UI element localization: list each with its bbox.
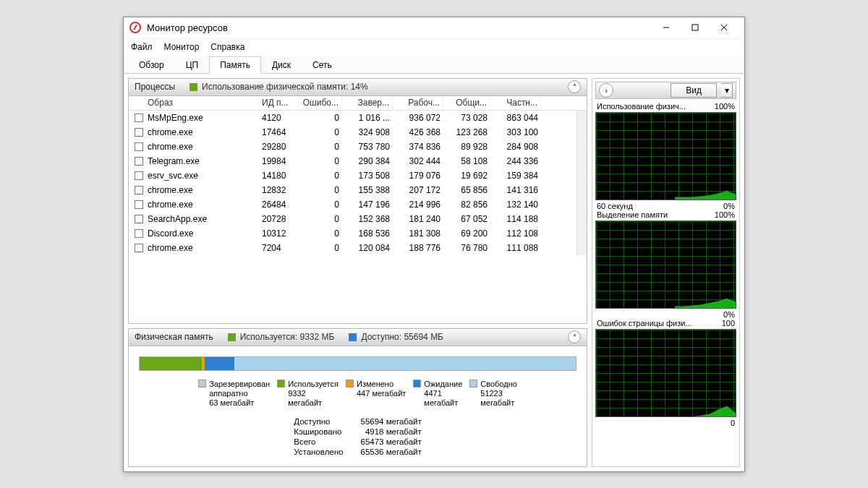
used-icon: [228, 333, 236, 341]
memory-bar: [139, 356, 576, 371]
chart-xlabel: 60 секунд: [597, 202, 633, 210]
chart-title: Использование физич...: [597, 102, 686, 111]
col-private: Частн...: [490, 96, 541, 109]
memory-title: Физическая память: [135, 332, 213, 342]
row-checkbox[interactable]: [135, 142, 143, 151]
processes-panel: Процессы Использование физической памяти…: [128, 78, 587, 324]
table-row[interactable]: chrome.exe 174640324 908 426 368123 2683…: [129, 125, 576, 140]
memory-info: Доступно55694 мегабайтКэшировано4918 мег…: [139, 416, 576, 458]
row-checkbox[interactable]: [135, 157, 143, 166]
meminfo-value: 55694 мегабайт: [349, 417, 426, 426]
meminfo-label: Кэшировано: [289, 427, 347, 436]
col-faults: Ошибо...: [299, 96, 342, 109]
tab-disk[interactable]: Диск: [261, 56, 302, 74]
row-checkbox[interactable]: [135, 229, 143, 238]
row-checkbox[interactable]: [135, 186, 143, 194]
chart-canvas: [595, 221, 736, 309]
tab-cpu[interactable]: ЦП: [175, 56, 210, 74]
app-window: Монитор ресурсов Файл Монитор Справка Об…: [123, 17, 745, 472]
collapse-processes-button[interactable]: ˄: [568, 80, 581, 93]
physical-memory-panel: Физическая память Используется: 9332 МБ …: [128, 328, 587, 467]
table-row[interactable]: chrome.exe 128320155 388 207 17265 85614…: [129, 183, 576, 197]
chart-canvas: [595, 329, 736, 417]
col-commit: Завер...: [342, 96, 393, 109]
chart-block: Ошибок страницы физи...100 0: [595, 319, 736, 427]
table-row[interactable]: chrome.exe 292800753 780 374 83689 92828…: [129, 140, 576, 154]
menu-file[interactable]: Файл: [131, 42, 153, 52]
col-image: Образ: [148, 98, 173, 108]
meminfo-value: 4918 мегабайт: [349, 427, 426, 436]
legend-item: Зарезервированаппаратно63 мегабайт: [198, 380, 270, 408]
chart-max: 100%: [715, 210, 735, 219]
table-row[interactable]: chrome.exe 264840147 196 214 99682 85613…: [129, 197, 576, 212]
collapse-memory-button[interactable]: ˄: [568, 330, 581, 343]
view-dropdown-button[interactable]: ▾: [721, 83, 733, 98]
menu-help[interactable]: Справка: [210, 42, 244, 52]
chart-title: Выделение памяти: [597, 210, 668, 219]
meminfo-label: Доступно: [289, 417, 347, 426]
table-row[interactable]: chrome.exe 72040120 084 188 77676 780111…: [129, 241, 576, 255]
mem-usage-icon: [190, 83, 197, 91]
meminfo-value: 65473 мегабайт: [349, 437, 426, 446]
tabs: Обзор ЦП Память Диск Сеть: [124, 55, 744, 74]
legend-item: Свободно51223мегабайт: [469, 380, 517, 408]
row-checkbox[interactable]: [135, 171, 143, 180]
meminfo-label: Установлено: [289, 448, 347, 456]
chart-block: Использование физич...100% 60 секунд0%: [595, 102, 736, 210]
chart-canvas: [595, 112, 736, 200]
chart-max: 100%: [715, 102, 735, 111]
app-icon: [129, 22, 141, 33]
row-checkbox[interactable]: [135, 215, 143, 223]
menu-monitor[interactable]: Монитор: [164, 42, 200, 52]
menubar: Файл Монитор Справка: [124, 39, 744, 55]
tab-network[interactable]: Сеть: [302, 56, 343, 74]
legend-item: Ожидание4471мегабайт: [413, 380, 462, 408]
tab-overview[interactable]: Обзор: [128, 56, 175, 74]
expand-charts-button[interactable]: ›: [599, 83, 613, 98]
legend-item: Используется9332мегабайт: [277, 380, 339, 408]
memory-used: Используется: 9332 МБ: [240, 332, 335, 342]
col-shared: Общи...: [443, 96, 490, 109]
charts-toolbar: › Вид ▾: [595, 82, 736, 99]
row-checkbox[interactable]: [135, 128, 143, 137]
titlebar: Монитор ресурсов: [124, 17, 744, 39]
col-pid: ИД п...: [259, 96, 299, 109]
view-button[interactable]: Вид: [671, 83, 717, 98]
process-table-header[interactable]: Образ ИД п... Ошибо... Завер... Рабоч...…: [129, 96, 587, 111]
close-button[interactable]: [710, 17, 739, 38]
processes-stat: Использование физической памяти: 14%: [202, 82, 368, 92]
scrollbar[interactable]: [576, 111, 587, 255]
row-checkbox[interactable]: [135, 200, 143, 209]
chart-min: 0: [731, 419, 735, 427]
avail-icon: [349, 333, 357, 341]
col-working: Рабоч...: [393, 96, 443, 109]
legend-item: Изменено447 мегабайт: [346, 380, 406, 408]
chart-title: Ошибок страницы физи...: [597, 319, 692, 328]
memory-legend: Зарезервированаппаратно63 мегабайтИсполь…: [139, 380, 576, 408]
meminfo-label: Всего: [289, 437, 347, 446]
charts-column: › Вид ▾ Использование физич...100% 60 се…: [592, 78, 740, 467]
row-checkbox[interactable]: [135, 244, 143, 252]
window-title: Монитор ресурсов: [147, 22, 228, 33]
table-row[interactable]: SearchApp.exe 207280152 368 181 24067 05…: [129, 212, 576, 226]
chart-max: 100: [722, 319, 735, 328]
row-checkbox[interactable]: [135, 114, 143, 122]
minimize-button[interactable]: [652, 17, 681, 38]
maximize-button[interactable]: [681, 17, 710, 38]
meminfo-value: 65536 мегабайт: [349, 448, 426, 456]
chart-min: 0%: [723, 202, 735, 210]
table-row[interactable]: Discord.exe 103120168 536 181 30869 2001…: [129, 226, 576, 241]
processes-title: Процессы: [135, 82, 175, 92]
tab-memory[interactable]: Память: [209, 56, 261, 74]
table-row[interactable]: esrv_svc.exe 141800173 508 179 07619 692…: [129, 168, 576, 183]
memory-available: Доступно: 55694 МБ: [361, 332, 443, 342]
svg-rect-1: [692, 25, 698, 30]
chart-block: Выделение памяти100% 0%: [595, 210, 736, 319]
table-row[interactable]: MsMpEng.exe 412001 016 ... 936 07273 028…: [129, 111, 576, 125]
chart-min: 0%: [723, 310, 735, 319]
table-row[interactable]: Telegram.exe 199840290 384 302 44458 108…: [129, 154, 576, 168]
